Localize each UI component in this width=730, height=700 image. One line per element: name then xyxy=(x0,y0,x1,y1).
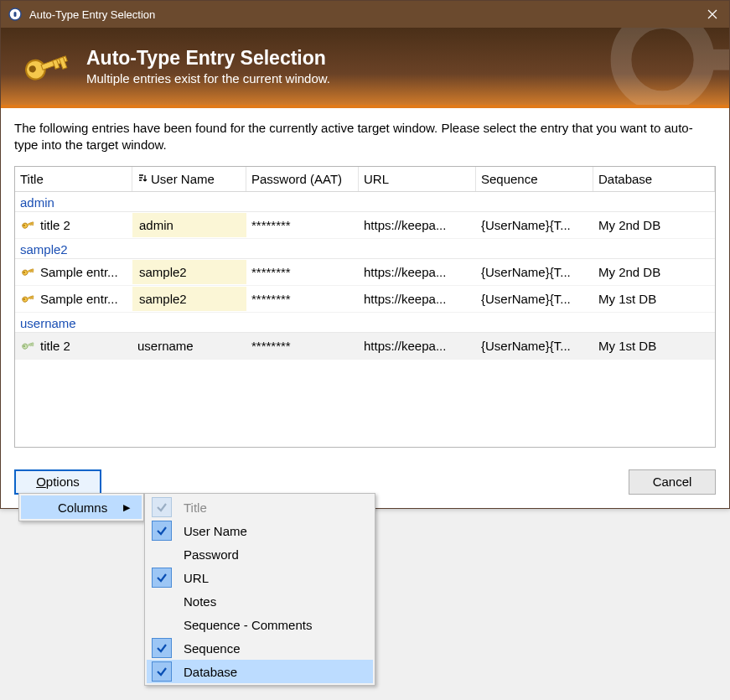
window-title: Auto-Type Entry Selection xyxy=(29,8,696,21)
checkbox-icon xyxy=(152,544,172,564)
checkbox-icon xyxy=(152,591,172,611)
cell-username: sample2 xyxy=(132,287,246,311)
submenu-arrow-icon: ▶ xyxy=(123,502,130,513)
titlebar: Auto-Type Entry Selection xyxy=(1,1,729,28)
checkbox-icon xyxy=(152,614,172,635)
check-icon xyxy=(156,642,168,654)
cell-sequence: {UserName}{T... xyxy=(476,288,593,309)
cell-username: username xyxy=(132,335,246,356)
listview-group-header: sample2 xyxy=(15,239,715,259)
column-header-sequence[interactable]: Sequence xyxy=(476,167,593,191)
cell-database: My 2nd DB xyxy=(593,262,715,283)
entries-listview[interactable]: Title User Name Password (AAT) URL Seque… xyxy=(14,166,716,448)
cell-username: sample2 xyxy=(132,260,246,284)
checkbox-icon xyxy=(152,568,172,588)
column-header-database[interactable]: Database xyxy=(593,167,715,191)
table-row[interactable]: title 2admin********https://keepa...{Use… xyxy=(15,212,715,239)
key-icon xyxy=(20,291,35,306)
svg-rect-1 xyxy=(14,12,17,17)
cell-title: title 2 xyxy=(40,339,70,353)
column-header-url[interactable]: URL xyxy=(359,167,476,191)
cell-username: admin xyxy=(132,213,246,237)
cell-url: https://keepa... xyxy=(359,288,476,309)
key-icon xyxy=(16,37,75,96)
menu-item-columns[interactable]: Columns ▶ xyxy=(21,495,142,519)
menu-item-column-database[interactable]: Database xyxy=(147,660,373,683)
menu-item-column-sequence[interactable]: Sequence xyxy=(147,636,373,660)
cell-password: ******** xyxy=(246,288,359,309)
cancel-button[interactable]: Cancel xyxy=(629,469,716,495)
column-header-title[interactable]: Title xyxy=(15,167,132,191)
cell-database: My 2nd DB xyxy=(593,215,715,236)
intro-text: The following entries have been found fo… xyxy=(14,120,716,154)
dialog-window: Auto-Type Entry Selection xyxy=(0,0,730,509)
cell-title: title 2 xyxy=(40,218,70,232)
menu-item-label: Columns xyxy=(58,500,107,515)
menu-item-label: User Name xyxy=(184,524,247,538)
options-menu: Columns ▶ xyxy=(18,493,144,521)
checkbox-icon xyxy=(152,638,172,658)
table-row[interactable]: Sample entr...sample2********https://kee… xyxy=(15,259,715,286)
menu-item-column-password[interactable]: Password xyxy=(147,542,373,566)
check-icon xyxy=(156,525,168,537)
cell-url: https://keepa... xyxy=(359,335,476,356)
table-row[interactable]: Sample entr...sample2********https://kee… xyxy=(15,286,715,313)
cell-database: My 1st DB xyxy=(593,288,715,309)
columns-submenu: TitleUser NamePasswordURLNotesSequence -… xyxy=(144,493,375,686)
listview-header: Title User Name Password (AAT) URL Seque… xyxy=(15,167,715,192)
cell-sequence: {UserName}{T... xyxy=(476,262,593,283)
table-row[interactable]: title 2username********https://keepa...{… xyxy=(15,333,715,360)
menu-item-label: Title xyxy=(184,500,207,515)
checkbox-icon xyxy=(152,497,172,517)
sort-indicator-icon xyxy=(137,174,148,184)
column-header-password[interactable]: Password (AAT) xyxy=(246,167,359,191)
content-area: The following entries have been found fo… xyxy=(1,108,729,459)
menu-item-column-url[interactable]: URL xyxy=(147,566,373,589)
menu-item-column-user-name[interactable]: User Name xyxy=(147,519,373,542)
menu-item-label: Sequence - Comments xyxy=(184,618,312,632)
check-icon xyxy=(156,572,168,583)
cell-url: https://keepa... xyxy=(359,262,476,283)
cell-database: My 1st DB xyxy=(593,335,715,356)
column-header-username[interactable]: User Name xyxy=(132,167,246,191)
cell-password: ******** xyxy=(246,335,359,356)
check-icon xyxy=(156,501,168,513)
menu-item-label: Sequence xyxy=(184,641,241,656)
close-icon xyxy=(707,9,717,19)
menu-item-column-notes[interactable]: Notes xyxy=(147,589,373,613)
listview-group-header: admin xyxy=(15,192,715,212)
cell-sequence: {UserName}{T... xyxy=(476,335,593,356)
key-icon xyxy=(20,338,35,353)
cell-url: https://keepa... xyxy=(359,215,476,236)
menu-item-label: URL xyxy=(184,571,209,585)
menu-item-label: Notes xyxy=(184,594,216,609)
key-icon xyxy=(20,217,35,232)
header-banner: Auto-Type Entry Selection Multiple entri… xyxy=(1,28,729,105)
check-icon xyxy=(156,666,168,677)
cell-password: ******** xyxy=(246,215,359,236)
close-button[interactable] xyxy=(696,1,729,28)
svg-point-4 xyxy=(621,28,704,101)
header-subtitle: Multiple entries exist for the current w… xyxy=(86,71,330,86)
menu-item-column-title: Title xyxy=(147,495,373,519)
svg-rect-5 xyxy=(697,49,729,70)
key-icon xyxy=(20,264,35,279)
listview-group-header: username xyxy=(15,313,715,333)
cell-title: Sample entr... xyxy=(40,292,118,306)
checkbox-icon xyxy=(152,661,172,682)
menu-item-label: Database xyxy=(184,665,237,679)
key-watermark-icon xyxy=(593,28,729,105)
header-title: Auto-Type Entry Selection xyxy=(86,47,330,70)
cell-title: Sample entr... xyxy=(40,265,118,279)
cell-sequence: {UserName}{T... xyxy=(476,215,593,236)
checkbox-icon xyxy=(152,521,172,541)
options-button[interactable]: Options xyxy=(14,469,101,495)
menu-item-column-sequence-comments[interactable]: Sequence - Comments xyxy=(147,613,373,636)
menu-item-label: Password xyxy=(184,547,239,562)
cell-password: ******** xyxy=(246,262,359,283)
app-icon xyxy=(8,7,23,22)
